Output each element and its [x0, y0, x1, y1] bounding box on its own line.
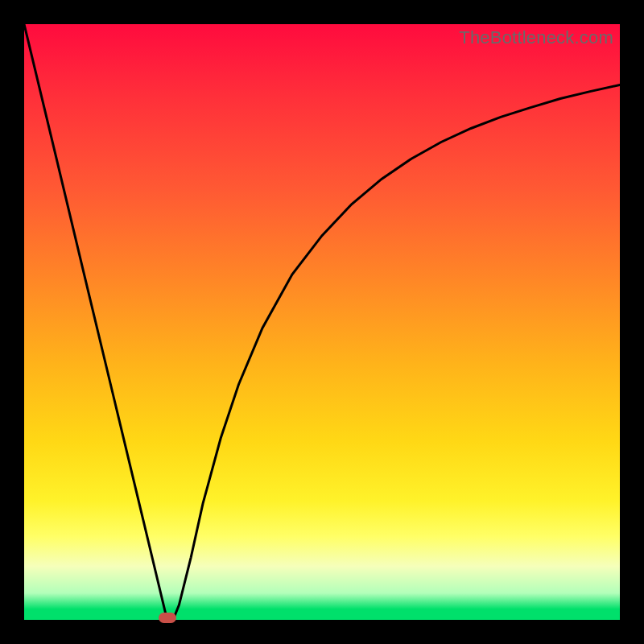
- plot-area: TheBottleneck.com: [24, 24, 620, 620]
- optimal-point-marker: [159, 613, 176, 623]
- bottleneck-curve: [24, 24, 620, 620]
- chart-frame: TheBottleneck.com: [0, 0, 644, 644]
- curve-path: [24, 24, 620, 620]
